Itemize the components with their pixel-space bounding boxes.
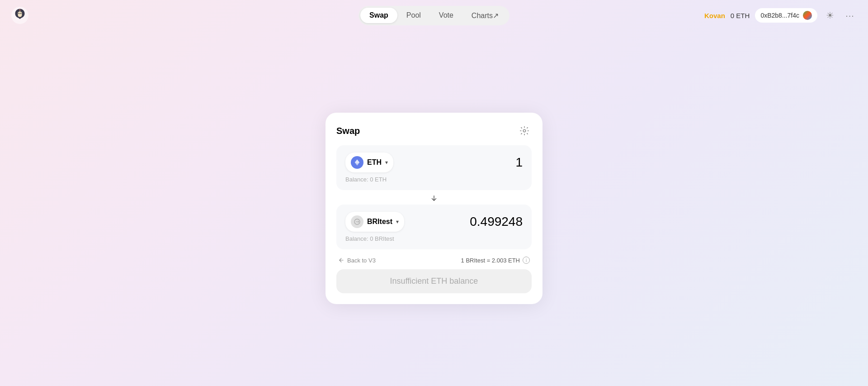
svg-point-1 [19,13,19,14]
back-arrow-icon [338,257,344,263]
output-token-amount: 0.499248 [470,214,523,229]
header: Swap Pool Vote Charts↗ Kovan 0 ETH 0xB2b… [0,0,868,31]
back-to-v3-label: Back to V3 [347,257,376,264]
svg-point-2 [20,13,21,14]
network-label[interactable]: Kovan [704,12,725,19]
logo-icon [11,6,29,24]
output-token-row: BRItest ▾ 0.499248 [345,212,523,232]
logo[interactable] [11,6,29,24]
rate-info-row: Back to V3 1 BRItest = 2.003 ETH i [336,251,532,269]
eth-icon [351,156,363,169]
tab-swap[interactable]: Swap [360,8,397,23]
info-icon[interactable]: i [523,257,530,264]
output-token-selector[interactable]: BRItest ▾ [345,212,404,232]
input-token-selector[interactable]: ETH ▾ [345,152,393,172]
wallet-address-button[interactable]: 0xB2b8...7f4c [755,8,817,23]
tab-charts[interactable]: Charts↗ [462,8,508,24]
tab-pool[interactable]: Pool [397,8,430,23]
main-content: Swap ETH ▾ [0,31,868,386]
wallet-address-text: 0xB2b8...7f4c [760,12,799,19]
swap-card-header: Swap [336,124,532,138]
input-token-row: ETH ▾ 1 [345,152,523,172]
bri-icon [351,215,363,228]
settings-button[interactable] [517,124,532,138]
output-token-chevron: ▾ [396,219,399,225]
svg-point-3 [523,129,526,132]
swap-card: Swap ETH ▾ [326,113,542,304]
input-token-symbol: ETH [367,158,382,167]
wallet-avatar [803,11,812,20]
output-token-symbol: BRItest [367,218,392,226]
input-token-amount[interactable]: 1 [515,155,523,170]
swap-direction-arrow[interactable] [336,192,532,205]
output-token-balance: Balance: 0 BRItest [345,235,523,242]
exchange-rate: 1 BRItest = 2.003 ETH i [461,257,530,264]
header-right: Kovan 0 ETH 0xB2b8...7f4c ☀ ··· [704,8,857,23]
nav-tabs: Swap Pool Vote Charts↗ [359,6,509,25]
input-token-chevron: ▾ [385,159,388,166]
output-token-section: BRItest ▾ 0.499248 Balance: 0 BRItest [336,205,532,249]
gear-icon [519,126,529,136]
exchange-rate-text: 1 BRItest = 2.003 ETH [461,257,520,264]
eth-balance: 0 ETH [731,12,750,19]
swap-button[interactable]: Insufficient ETH balance [336,269,532,293]
input-token-section: ETH ▾ 1 Balance: 0 ETH [336,145,532,190]
back-to-v3-button[interactable]: Back to V3 [338,257,376,264]
swap-card-title: Swap [336,126,360,136]
input-token-balance: Balance: 0 ETH [345,176,523,183]
more-menu-button[interactable]: ··· [843,8,857,23]
tab-vote[interactable]: Vote [430,8,462,23]
theme-toggle-button[interactable]: ☀ [823,8,837,23]
